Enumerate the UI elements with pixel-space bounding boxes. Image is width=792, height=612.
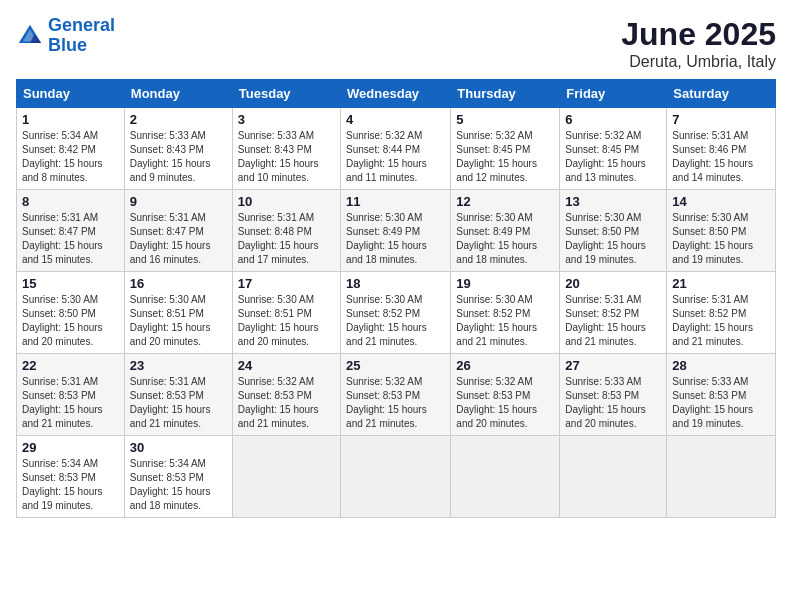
- calendar-cell: 16Sunrise: 5:30 AMSunset: 8:51 PMDayligh…: [124, 272, 232, 354]
- day-header-friday: Friday: [560, 80, 667, 108]
- day-header-wednesday: Wednesday: [341, 80, 451, 108]
- calendar-cell: 4Sunrise: 5:32 AMSunset: 8:44 PMDaylight…: [341, 108, 451, 190]
- day-detail: Sunrise: 5:32 AMSunset: 8:53 PMDaylight:…: [456, 375, 554, 431]
- day-number: 26: [456, 358, 554, 373]
- day-header-tuesday: Tuesday: [232, 80, 340, 108]
- logo-line2: Blue: [48, 35, 87, 55]
- calendar-cell: 23Sunrise: 5:31 AMSunset: 8:53 PMDayligh…: [124, 354, 232, 436]
- calendar-cell: 2Sunrise: 5:33 AMSunset: 8:43 PMDaylight…: [124, 108, 232, 190]
- day-detail: Sunrise: 5:32 AMSunset: 8:45 PMDaylight:…: [565, 129, 661, 185]
- day-number: 30: [130, 440, 227, 455]
- calendar-cell: [560, 436, 667, 518]
- day-detail: Sunrise: 5:34 AMSunset: 8:53 PMDaylight:…: [22, 457, 119, 513]
- calendar-cell: [667, 436, 776, 518]
- day-detail: Sunrise: 5:31 AMSunset: 8:46 PMDaylight:…: [672, 129, 770, 185]
- calendar-cell: 5Sunrise: 5:32 AMSunset: 8:45 PMDaylight…: [451, 108, 560, 190]
- day-detail: Sunrise: 5:32 AMSunset: 8:44 PMDaylight:…: [346, 129, 445, 185]
- day-number: 5: [456, 112, 554, 127]
- day-number: 20: [565, 276, 661, 291]
- main-title: June 2025: [621, 16, 776, 53]
- day-detail: Sunrise: 5:31 AMSunset: 8:47 PMDaylight:…: [130, 211, 227, 267]
- logo-text: General Blue: [48, 16, 115, 56]
- day-number: 7: [672, 112, 770, 127]
- title-area: June 2025 Deruta, Umbria, Italy: [621, 16, 776, 71]
- day-detail: Sunrise: 5:34 AMSunset: 8:53 PMDaylight:…: [130, 457, 227, 513]
- calendar-cell: 29Sunrise: 5:34 AMSunset: 8:53 PMDayligh…: [17, 436, 125, 518]
- calendar-cell: 19Sunrise: 5:30 AMSunset: 8:52 PMDayligh…: [451, 272, 560, 354]
- day-number: 1: [22, 112, 119, 127]
- day-number: 8: [22, 194, 119, 209]
- day-number: 12: [456, 194, 554, 209]
- day-number: 23: [130, 358, 227, 373]
- calendar-cell: [232, 436, 340, 518]
- day-number: 19: [456, 276, 554, 291]
- day-header-saturday: Saturday: [667, 80, 776, 108]
- subtitle: Deruta, Umbria, Italy: [621, 53, 776, 71]
- day-detail: Sunrise: 5:33 AMSunset: 8:43 PMDaylight:…: [238, 129, 335, 185]
- calendar-cell: 12Sunrise: 5:30 AMSunset: 8:49 PMDayligh…: [451, 190, 560, 272]
- calendar-cell: 26Sunrise: 5:32 AMSunset: 8:53 PMDayligh…: [451, 354, 560, 436]
- day-number: 16: [130, 276, 227, 291]
- calendar-cell: 22Sunrise: 5:31 AMSunset: 8:53 PMDayligh…: [17, 354, 125, 436]
- calendar-cell: 28Sunrise: 5:33 AMSunset: 8:53 PMDayligh…: [667, 354, 776, 436]
- calendar-cell: 13Sunrise: 5:30 AMSunset: 8:50 PMDayligh…: [560, 190, 667, 272]
- day-detail: Sunrise: 5:31 AMSunset: 8:53 PMDaylight:…: [130, 375, 227, 431]
- day-detail: Sunrise: 5:31 AMSunset: 8:52 PMDaylight:…: [672, 293, 770, 349]
- day-number: 28: [672, 358, 770, 373]
- day-detail: Sunrise: 5:32 AMSunset: 8:53 PMDaylight:…: [238, 375, 335, 431]
- day-number: 6: [565, 112, 661, 127]
- week-row-5: 29Sunrise: 5:34 AMSunset: 8:53 PMDayligh…: [17, 436, 776, 518]
- day-detail: Sunrise: 5:30 AMSunset: 8:52 PMDaylight:…: [346, 293, 445, 349]
- day-detail: Sunrise: 5:30 AMSunset: 8:52 PMDaylight:…: [456, 293, 554, 349]
- page-header: General Blue June 2025 Deruta, Umbria, I…: [16, 16, 776, 71]
- calendar-cell: 1Sunrise: 5:34 AMSunset: 8:42 PMDaylight…: [17, 108, 125, 190]
- logo: General Blue: [16, 16, 115, 56]
- day-detail: Sunrise: 5:31 AMSunset: 8:53 PMDaylight:…: [22, 375, 119, 431]
- day-detail: Sunrise: 5:33 AMSunset: 8:43 PMDaylight:…: [130, 129, 227, 185]
- calendar-table: SundayMondayTuesdayWednesdayThursdayFrid…: [16, 79, 776, 518]
- day-number: 9: [130, 194, 227, 209]
- calendar-cell: 27Sunrise: 5:33 AMSunset: 8:53 PMDayligh…: [560, 354, 667, 436]
- calendar-cell: 24Sunrise: 5:32 AMSunset: 8:53 PMDayligh…: [232, 354, 340, 436]
- week-row-2: 8Sunrise: 5:31 AMSunset: 8:47 PMDaylight…: [17, 190, 776, 272]
- day-number: 18: [346, 276, 445, 291]
- day-detail: Sunrise: 5:30 AMSunset: 8:50 PMDaylight:…: [672, 211, 770, 267]
- day-detail: Sunrise: 5:30 AMSunset: 8:51 PMDaylight:…: [238, 293, 335, 349]
- day-number: 25: [346, 358, 445, 373]
- header-row: SundayMondayTuesdayWednesdayThursdayFrid…: [17, 80, 776, 108]
- day-detail: Sunrise: 5:30 AMSunset: 8:49 PMDaylight:…: [456, 211, 554, 267]
- day-number: 14: [672, 194, 770, 209]
- calendar-cell: 11Sunrise: 5:30 AMSunset: 8:49 PMDayligh…: [341, 190, 451, 272]
- day-number: 15: [22, 276, 119, 291]
- calendar-cell: 17Sunrise: 5:30 AMSunset: 8:51 PMDayligh…: [232, 272, 340, 354]
- day-detail: Sunrise: 5:30 AMSunset: 8:51 PMDaylight:…: [130, 293, 227, 349]
- day-number: 2: [130, 112, 227, 127]
- calendar-cell: [451, 436, 560, 518]
- day-header-sunday: Sunday: [17, 80, 125, 108]
- day-detail: Sunrise: 5:31 AMSunset: 8:47 PMDaylight:…: [22, 211, 119, 267]
- calendar-cell: 7Sunrise: 5:31 AMSunset: 8:46 PMDaylight…: [667, 108, 776, 190]
- day-number: 24: [238, 358, 335, 373]
- day-detail: Sunrise: 5:33 AMSunset: 8:53 PMDaylight:…: [672, 375, 770, 431]
- day-number: 13: [565, 194, 661, 209]
- day-detail: Sunrise: 5:30 AMSunset: 8:50 PMDaylight:…: [565, 211, 661, 267]
- calendar-cell: 15Sunrise: 5:30 AMSunset: 8:50 PMDayligh…: [17, 272, 125, 354]
- day-header-monday: Monday: [124, 80, 232, 108]
- day-number: 11: [346, 194, 445, 209]
- day-number: 29: [22, 440, 119, 455]
- day-number: 10: [238, 194, 335, 209]
- day-number: 27: [565, 358, 661, 373]
- day-detail: Sunrise: 5:31 AMSunset: 8:48 PMDaylight:…: [238, 211, 335, 267]
- logo-icon: [16, 22, 44, 50]
- week-row-4: 22Sunrise: 5:31 AMSunset: 8:53 PMDayligh…: [17, 354, 776, 436]
- calendar-cell: 14Sunrise: 5:30 AMSunset: 8:50 PMDayligh…: [667, 190, 776, 272]
- day-number: 3: [238, 112, 335, 127]
- calendar-cell: 30Sunrise: 5:34 AMSunset: 8:53 PMDayligh…: [124, 436, 232, 518]
- calendar-cell: 9Sunrise: 5:31 AMSunset: 8:47 PMDaylight…: [124, 190, 232, 272]
- day-detail: Sunrise: 5:34 AMSunset: 8:42 PMDaylight:…: [22, 129, 119, 185]
- logo-line1: General: [48, 15, 115, 35]
- calendar-cell: 20Sunrise: 5:31 AMSunset: 8:52 PMDayligh…: [560, 272, 667, 354]
- calendar-cell: 10Sunrise: 5:31 AMSunset: 8:48 PMDayligh…: [232, 190, 340, 272]
- day-detail: Sunrise: 5:33 AMSunset: 8:53 PMDaylight:…: [565, 375, 661, 431]
- week-row-3: 15Sunrise: 5:30 AMSunset: 8:50 PMDayligh…: [17, 272, 776, 354]
